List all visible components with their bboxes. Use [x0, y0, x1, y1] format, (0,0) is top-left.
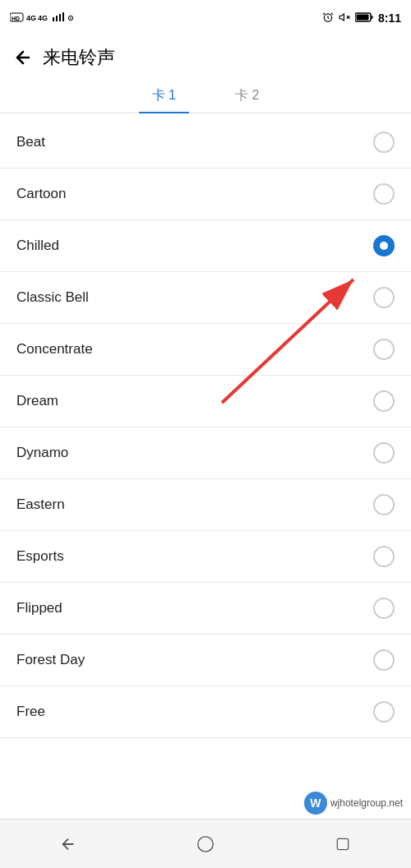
tabs-container: 卡 1 卡 2 — [0, 79, 411, 113]
svg-point-17 — [198, 836, 213, 851]
ringtone-name: Free — [16, 704, 45, 720]
svg-rect-13 — [371, 16, 372, 19]
nav-home-button[interactable] — [181, 828, 230, 861]
ringtone-name: Dream — [16, 393, 58, 409]
svg-text:⊙: ⊙ — [67, 14, 74, 22]
tab-card1[interactable]: 卡 1 — [139, 79, 189, 113]
ringtone-name: Flipped — [16, 600, 62, 616]
svg-rect-6 — [59, 14, 61, 21]
svg-text:HD: HD — [12, 16, 20, 21]
radio-button[interactable] — [373, 442, 395, 464]
ringtone-name: Concentrate — [16, 341, 93, 358]
ringtone-name: Classic Bell — [16, 289, 89, 306]
radio-button[interactable] — [373, 494, 395, 515]
watermark: W wjhotelgroup.net — [304, 792, 403, 815]
radio-button[interactable] — [373, 339, 395, 360]
ringtone-name: Eastern — [16, 496, 65, 513]
watermark-text: wjhotelgroup.net — [330, 797, 403, 809]
svg-rect-18 — [337, 838, 348, 849]
radio-button[interactable] — [373, 546, 395, 567]
radio-button[interactable] — [373, 390, 395, 412]
radio-button[interactable] — [373, 598, 395, 619]
ringtone-item[interactable]: Cartoon — [0, 169, 411, 220]
watermark-logo: W — [304, 792, 327, 815]
ringtone-item[interactable]: Flipped — [0, 583, 411, 635]
bottom-navigation — [0, 819, 411, 868]
status-indicators: HD 4G 4G ⊙ — [10, 11, 76, 25]
status-bar: HD 4G 4G ⊙ — [0, 0, 411, 36]
radio-button[interactable] — [373, 649, 395, 671]
ringtone-name: Beat — [16, 134, 45, 150]
ringtone-item[interactable]: Forest Day — [0, 635, 411, 686]
radio-button[interactable] — [373, 701, 395, 723]
ringtone-item[interactable]: Esports — [0, 531, 411, 583]
ringtone-name: Esports — [16, 548, 64, 565]
svg-rect-4 — [53, 17, 54, 21]
svg-rect-5 — [56, 16, 58, 21]
ringtone-item[interactable]: Free — [0, 686, 411, 738]
page-title: 来电铃声 — [43, 45, 115, 70]
mute-icon — [339, 12, 350, 25]
radio-button[interactable] — [373, 287, 395, 308]
status-right: 8:11 — [322, 12, 401, 25]
svg-rect-14 — [356, 14, 368, 20]
ringtone-list: BeatCartoonChilledClassic BellConcentrat… — [0, 117, 411, 738]
ringtone-item[interactable]: Classic Bell — [0, 272, 411, 324]
radio-button[interactable] — [373, 183, 395, 205]
alarm-icon — [322, 12, 334, 25]
radio-button[interactable] — [373, 235, 395, 256]
ringtone-name: Forest Day — [16, 652, 85, 668]
svg-rect-7 — [62, 12, 64, 21]
page-header: 来电铃声 — [0, 36, 411, 79]
svg-text:4G: 4G — [26, 14, 36, 22]
nav-recents-button[interactable] — [318, 828, 367, 861]
ringtone-item[interactable]: Dynamo — [0, 427, 411, 479]
ringtone-item[interactable]: Eastern — [0, 479, 411, 531]
radio-button[interactable] — [373, 132, 395, 153]
status-left: HD 4G 4G ⊙ — [10, 11, 76, 25]
ringtone-name: Cartoon — [16, 186, 66, 202]
status-time: 8:11 — [378, 12, 401, 25]
nav-back-button[interactable] — [44, 828, 93, 861]
battery-icon — [355, 12, 373, 25]
ringtone-item[interactable]: Beat — [0, 117, 411, 169]
tab-card2[interactable]: 卡 2 — [222, 79, 272, 113]
ringtone-name: Chilled — [16, 238, 59, 254]
ringtone-item[interactable]: Chilled — [0, 220, 411, 272]
ringtone-item[interactable]: Concentrate — [0, 324, 411, 376]
back-button[interactable] — [7, 41, 39, 74]
svg-text:4G: 4G — [38, 14, 48, 22]
ringtone-item[interactable]: Dream — [0, 376, 411, 427]
ringtone-name: Dynamo — [16, 445, 68, 461]
